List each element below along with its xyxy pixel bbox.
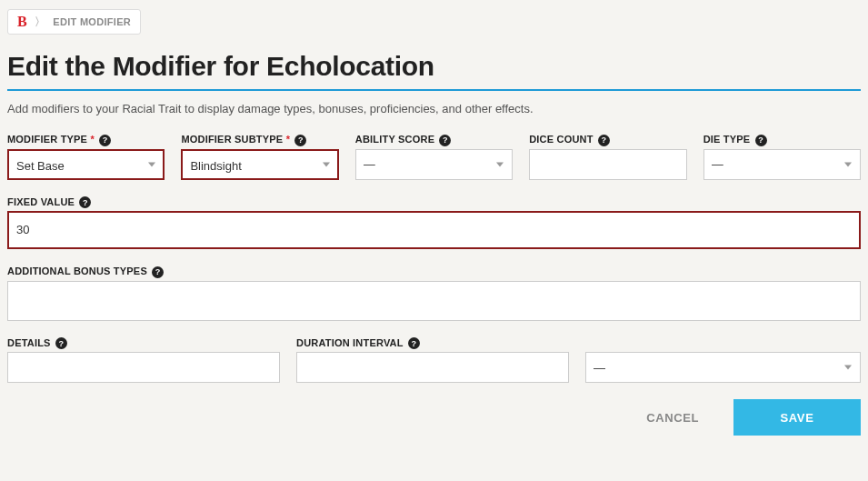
form-row-fixed-value: FIXED VALUE ? [7,196,861,250]
label-text: DIE TYPE [703,134,751,145]
field-ability-score: ABILITY SCORE ? — [355,134,513,180]
help-icon[interactable]: ? [55,337,67,349]
label-fixed-value: FIXED VALUE ? [7,196,861,209]
field-die-type: DIE TYPE ? — [703,134,861,180]
select-wrapper: — [703,149,861,180]
label-duration-interval: DURATION INTERVAL ? [296,337,569,350]
field-additional-bonus: ADDITIONAL BONUS TYPES ? [7,266,861,321]
page-title: Edit the Modifier for Echolocation [7,51,861,82]
cancel-button[interactable]: CANCEL [621,399,724,436]
duration-interval-input[interactable] [296,352,569,383]
brand-logo[interactable]: B [17,14,27,30]
form-row-1: MODIFIER TYPE * ? Set Base MODIFIER SUBT… [7,134,861,180]
label-text: FIXED VALUE [7,196,75,207]
required-asterisk: * [286,134,290,145]
label-die-type: DIE TYPE ? [703,134,861,146]
chevron-right-icon: 〉 [35,15,45,30]
label-modifier-subtype: MODIFIER SUBTYPE * ? [181,134,338,146]
help-icon[interactable]: ? [439,135,451,146]
field-dice-count: DICE COUNT ? [529,134,686,180]
label-additional-bonus: ADDITIONAL BONUS TYPES ? [7,266,861,278]
select-wrapper: Blindsight [181,149,338,180]
select-wrapper: Set Base [7,149,165,180]
breadcrumb-current: EDIT MODIFIER [53,16,131,27]
form-row-details-duration: DETAILS ? DURATION INTERVAL ? — [7,337,861,384]
ability-score-select[interactable]: — [355,149,513,180]
title-rule [7,89,861,91]
details-input[interactable] [7,352,280,383]
form-actions: CANCEL SAVE [7,399,861,436]
additional-bonus-input[interactable] [7,281,861,321]
select-wrapper: — [355,149,513,180]
required-asterisk: * [90,134,94,145]
label-text: DURATION INTERVAL [296,337,403,348]
modifier-type-select[interactable]: Set Base [7,149,165,180]
form-row-additional-bonus: ADDITIONAL BONUS TYPES ? [7,266,861,321]
label-text: MODIFIER SUBTYPE [181,134,283,145]
label-text: DICE COUNT [529,134,593,145]
help-icon[interactable]: ? [99,135,111,146]
label-modifier-type: MODIFIER TYPE * ? [7,134,165,146]
fixed-value-input[interactable] [7,211,861,249]
label-dice-count: DICE COUNT ? [529,134,686,146]
save-button[interactable]: SAVE [733,399,861,436]
select-wrapper: — [585,352,861,383]
label-text: ABILITY SCORE [355,134,434,145]
help-icon[interactable]: ? [152,266,164,278]
field-modifier-type: MODIFIER TYPE * ? Set Base [7,134,165,180]
help-icon[interactable]: ? [294,135,306,146]
modifier-subtype-select[interactable]: Blindsight [181,149,338,180]
field-modifier-subtype: MODIFIER SUBTYPE * ? Blindsight [181,134,338,180]
label-text: MODIFIER TYPE [7,134,87,145]
dice-count-input[interactable] [529,149,686,180]
duration-unit-select[interactable]: — [585,352,861,383]
help-icon[interactable]: ? [755,135,767,146]
help-icon[interactable]: ? [598,135,610,146]
field-details: DETAILS ? [7,337,280,384]
help-icon[interactable]: ? [79,196,91,208]
breadcrumb: B 〉 EDIT MODIFIER [7,9,141,35]
label-ability-score: ABILITY SCORE ? [355,134,513,146]
die-type-select[interactable]: — [703,149,861,180]
help-icon[interactable]: ? [408,337,420,349]
field-duration-interval: DURATION INTERVAL ? [296,337,569,384]
field-duration-unit: — [585,349,861,383]
page-description: Add modifiers to your Racial Trait to di… [7,102,861,115]
label-text: ADDITIONAL BONUS TYPES [7,266,147,276]
label-text: DETAILS [7,337,51,348]
label-details: DETAILS ? [7,337,280,350]
field-fixed-value: FIXED VALUE ? [7,196,861,250]
